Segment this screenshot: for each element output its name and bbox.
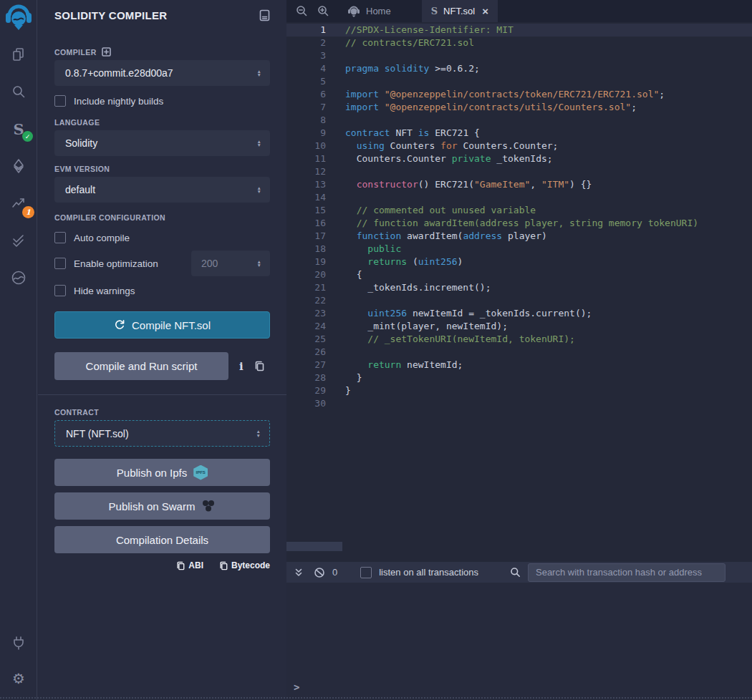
horizontal-scrollbar[interactable] bbox=[286, 542, 342, 551]
code-line[interactable]: 14 bbox=[286, 191, 752, 204]
compilation-details-button[interactable]: Compilation Details bbox=[54, 526, 270, 553]
code-line[interactable]: 24 _mint(player, newItemId); bbox=[286, 320, 752, 333]
zoom-in-icon[interactable] bbox=[317, 5, 329, 17]
remix-ide-window: S ✓ 1 ⚙ bbox=[0, 0, 752, 700]
expand-terminal-icon[interactable] bbox=[294, 568, 304, 578]
code-line[interactable]: 13 constructor() ERC721("GameItem", "ITM… bbox=[286, 178, 752, 191]
optimization-runs-input[interactable]: 200 ▲▼ bbox=[191, 251, 270, 276]
info-icon[interactable]: i bbox=[239, 360, 244, 373]
transaction-search-input[interactable] bbox=[528, 563, 726, 582]
code-line[interactable]: 23 uint256 newItemId = _tokenIds.current… bbox=[286, 307, 752, 320]
listen-transactions-checkbox[interactable]: listen on all transactions bbox=[360, 567, 478, 578]
close-tab-icon[interactable]: × bbox=[482, 5, 488, 17]
docs-icon[interactable] bbox=[259, 9, 270, 21]
remix-home-icon bbox=[347, 5, 360, 18]
code-line[interactable]: 3 bbox=[286, 49, 752, 62]
refresh-icon bbox=[114, 319, 125, 331]
editor-lines: 1//SPDX-License-Identifier: MIT2// contr… bbox=[286, 24, 752, 410]
file-explorer-icon[interactable] bbox=[9, 44, 29, 64]
terminal-search-icon bbox=[510, 567, 521, 578]
plugin-manager-icon[interactable] bbox=[9, 633, 29, 653]
code-line[interactable]: 30 bbox=[286, 397, 752, 410]
checkbox-box bbox=[54, 232, 66, 243]
code-line[interactable]: 12 bbox=[286, 165, 752, 178]
code-line[interactable]: 29} bbox=[286, 384, 752, 397]
settings-icon[interactable]: ⚙ bbox=[9, 669, 29, 689]
checkbox-box bbox=[54, 285, 66, 296]
tab-nft-sol[interactable]: S NFT.sol × bbox=[422, 0, 498, 22]
transaction-count: 0 bbox=[332, 567, 337, 578]
code-line[interactable]: 11 Counters.Counter private _tokenIds; bbox=[286, 152, 752, 165]
copy-abi-button[interactable]: ABI bbox=[176, 560, 203, 570]
clear-console-icon[interactable] bbox=[314, 567, 325, 578]
code-line[interactable]: 17 function awardItem(address player) bbox=[286, 230, 752, 243]
enable-optimization-checkbox[interactable]: Enable optimization bbox=[54, 258, 158, 269]
remix-logo-icon[interactable] bbox=[4, 4, 33, 33]
code-line[interactable]: 27 return newItemId; bbox=[286, 359, 752, 371]
code-line[interactable]: 28 } bbox=[286, 371, 752, 384]
chevron-updown-icon: ▲▼ bbox=[257, 140, 261, 147]
contract-label: CONTRACT bbox=[54, 408, 99, 417]
unit-testing-icon[interactable] bbox=[9, 230, 29, 251]
search-icon[interactable] bbox=[9, 82, 29, 102]
code-line[interactable]: 1//SPDX-License-Identifier: MIT bbox=[286, 24, 752, 37]
chevron-updown-icon: ▲▼ bbox=[257, 69, 261, 77]
deploy-and-run-icon[interactable] bbox=[9, 156, 29, 176]
chevron-updown-icon: ▲▼ bbox=[256, 429, 261, 437]
checkbox-box bbox=[54, 258, 66, 269]
code-line[interactable]: 22 bbox=[286, 294, 752, 307]
auto-compile-checkbox[interactable]: Auto compile bbox=[54, 232, 270, 243]
copy-icon bbox=[219, 561, 228, 570]
code-line[interactable]: 2// contracts/ERC721.sol bbox=[286, 37, 752, 49]
solidity-file-icon: S bbox=[431, 6, 438, 16]
solidity-compiler-panel: SOLIDITY COMPILER COMPILER 0.8.7+commit.… bbox=[38, 0, 286, 700]
hide-warnings-checkbox[interactable]: Hide warnings bbox=[54, 285, 270, 296]
code-line[interactable]: 10 using Counters for Counters.Counter; bbox=[286, 140, 752, 152]
code-line[interactable]: 26 bbox=[286, 346, 752, 359]
contract-select[interactable]: NFT (NFT.sol) ▲▼ bbox=[54, 420, 270, 447]
terminal-toolbar: 0 listen on all transactions bbox=[286, 562, 752, 583]
code-line[interactable]: 7import "@openzeppelin/contracts/utils/C… bbox=[286, 101, 752, 114]
sourcify-icon[interactable] bbox=[9, 268, 29, 288]
compiler-version-select[interactable]: 0.8.7+commit.e28d00a7 ▲▼ bbox=[54, 60, 270, 86]
solidity-compiler-icon[interactable]: S ✓ bbox=[9, 119, 29, 139]
language-select[interactable]: Solidity ▲▼ bbox=[54, 130, 270, 156]
tab-home[interactable]: Home bbox=[338, 0, 400, 22]
code-line[interactable]: 9contract NFT is ERC721 { bbox=[286, 127, 752, 140]
publish-swarm-button[interactable]: Publish on Swarm bbox=[54, 492, 270, 520]
include-nightly-checkbox[interactable]: Include nightly builds bbox=[54, 95, 270, 107]
chevron-updown-icon: ▲▼ bbox=[257, 186, 261, 194]
code-line[interactable]: 6import "@openzeppelin/contracts/token/E… bbox=[286, 88, 752, 101]
copy-icon bbox=[176, 561, 185, 570]
code-line[interactable]: 19 returns (uint256) bbox=[286, 256, 752, 268]
chevron-updown-icon: ▲▼ bbox=[257, 260, 261, 268]
solidity-analysis-icon[interactable]: 1 bbox=[9, 193, 29, 213]
code-editor[interactable]: 1//SPDX-License-Identifier: MIT2// contr… bbox=[286, 22, 752, 562]
code-line[interactable]: 16 // function awardItem(address player,… bbox=[286, 217, 752, 230]
editor-area: Home S NFT.sol × 1//SPDX-License-Identif… bbox=[286, 0, 752, 700]
compiler-configuration-label: COMPILER CONFIGURATION bbox=[54, 213, 165, 222]
evm-version-select[interactable]: default ▲▼ bbox=[54, 177, 270, 203]
code-line[interactable]: 5 bbox=[286, 75, 752, 88]
code-line[interactable]: 8 bbox=[286, 114, 752, 127]
compile-button[interactable]: Compile NFT.sol bbox=[54, 311, 270, 339]
code-line[interactable]: 4pragma solidity >=0.6.2; bbox=[286, 62, 752, 75]
zoom-out-icon[interactable] bbox=[296, 5, 308, 17]
code-line[interactable]: 15 // commented out unused variable bbox=[286, 204, 752, 217]
code-line[interactable]: 21 _tokenIds.increment(); bbox=[286, 281, 752, 294]
code-line[interactable]: 18 public bbox=[286, 243, 752, 256]
checkbox-box bbox=[360, 567, 372, 578]
copy-icon[interactable] bbox=[254, 361, 264, 371]
code-line[interactable]: 25 // _setTokenURI(newItemId, tokenURI); bbox=[286, 333, 752, 346]
code-line[interactable]: 20 { bbox=[286, 268, 752, 281]
compile-and-run-button[interactable]: Compile and Run script bbox=[54, 352, 228, 380]
copy-bytecode-button[interactable]: Bytecode bbox=[219, 560, 270, 570]
compiler-label: COMPILER bbox=[54, 48, 97, 57]
ipfs-logo-icon: IPFS bbox=[193, 465, 208, 480]
publish-ipfs-button[interactable]: Publish on Ipfs IPFS bbox=[54, 459, 270, 486]
terminal-output[interactable]: > bbox=[286, 583, 752, 700]
checkbox-box bbox=[54, 95, 66, 107]
swarm-logo-icon bbox=[201, 500, 216, 512]
add-compiler-icon[interactable] bbox=[102, 47, 111, 57]
icon-sidebar: S ✓ 1 ⚙ bbox=[0, 0, 37, 700]
